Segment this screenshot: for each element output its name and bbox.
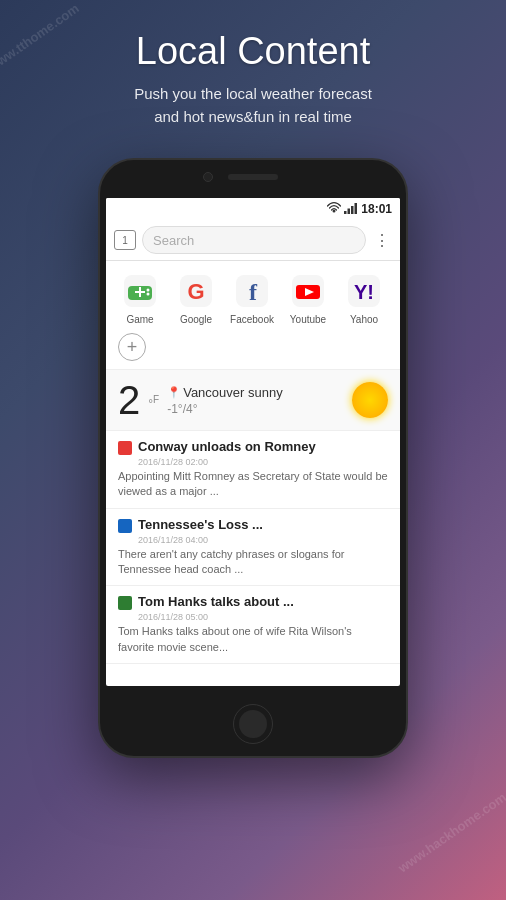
news-title-block-3: Tom Hanks talks about ... 2016/11/28 05:… xyxy=(138,594,388,622)
news-date-3: 2016/11/28 05:00 xyxy=(138,612,388,622)
news-title-3: Tom Hanks talks about ... xyxy=(138,594,388,611)
shortcut-youtube[interactable]: Youtube xyxy=(282,271,334,325)
signal-icon xyxy=(344,202,358,216)
svg-text:Y!: Y! xyxy=(354,281,374,303)
svg-point-9 xyxy=(147,293,150,296)
news-favicon-1 xyxy=(118,441,132,455)
svg-rect-3 xyxy=(355,203,358,214)
weather-city: Vancouver sunny xyxy=(183,385,283,400)
weather-section: 2 °F 📍 Vancouver sunny -1°/4° xyxy=(106,369,400,431)
facebook-icon: f xyxy=(232,271,272,311)
google-icon: G xyxy=(176,271,216,311)
weather-unit-label: °F xyxy=(148,394,159,411)
svg-rect-1 xyxy=(348,209,351,215)
status-time: 18:01 xyxy=(361,202,392,216)
phone-wrapper: 18:01 1 Search ⋮ xyxy=(0,158,506,758)
news-body-2: There aren't any catchy phrases or sloga… xyxy=(118,547,388,578)
page-subtitle: Push you the local weather forecastand h… xyxy=(20,83,486,128)
svg-text:f: f xyxy=(249,279,258,305)
shortcut-game-label: Game xyxy=(126,314,153,325)
shortcuts-row: Game G Google xyxy=(106,261,400,329)
page-title: Local Content xyxy=(20,30,486,73)
search-placeholder: Search xyxy=(153,233,194,248)
news-favicon-2 xyxy=(118,519,132,533)
news-item[interactable]: Tom Hanks talks about ... 2016/11/28 05:… xyxy=(106,586,400,664)
svg-point-8 xyxy=(147,289,150,292)
weather-temperature: 2 xyxy=(118,380,140,420)
status-bar: 18:01 xyxy=(106,198,400,220)
phone-camera xyxy=(203,172,213,182)
shortcut-youtube-label: Youtube xyxy=(290,314,326,325)
svg-rect-2 xyxy=(351,206,354,214)
browser-content: Game G Google xyxy=(106,261,400,664)
phone-screen: 18:01 1 Search ⋮ xyxy=(106,198,400,686)
news-section: Conway unloads on Romney 2016/11/28 02:0… xyxy=(106,431,400,664)
weather-unit: °F xyxy=(148,390,159,411)
wifi-icon xyxy=(327,202,341,216)
menu-button[interactable]: ⋮ xyxy=(372,231,392,250)
add-button-row: + xyxy=(106,329,400,369)
youtube-icon xyxy=(288,271,328,311)
svg-text:G: G xyxy=(187,279,204,304)
news-title-block-2: Tennessee's Loss ... 2016/11/28 04:00 xyxy=(138,517,388,545)
news-title-block-1: Conway unloads on Romney 2016/11/28 02:0… xyxy=(138,439,388,467)
news-header-3: Tom Hanks talks about ... 2016/11/28 05:… xyxy=(118,594,388,622)
home-button-inner xyxy=(239,710,267,738)
news-body-1: Appointing Mitt Romney as Secretary of S… xyxy=(118,469,388,500)
phone-device: 18:01 1 Search ⋮ xyxy=(98,158,408,758)
shortcut-yahoo[interactable]: Y! Yahoo xyxy=(338,271,390,325)
shortcut-facebook[interactable]: f Facebook xyxy=(226,271,278,325)
news-date-2: 2016/11/28 04:00 xyxy=(138,535,388,545)
yahoo-icon: Y! xyxy=(344,271,384,311)
weather-sun-icon xyxy=(352,382,388,418)
location-pin-icon: 📍 xyxy=(167,386,181,399)
shortcut-yahoo-label: Yahoo xyxy=(350,314,378,325)
news-title-1: Conway unloads on Romney xyxy=(138,439,388,456)
news-title-2: Tennessee's Loss ... xyxy=(138,517,388,534)
search-bar[interactable]: Search xyxy=(142,226,366,254)
phone-speaker xyxy=(228,174,278,180)
shortcut-google-label: Google xyxy=(180,314,212,325)
game-icon xyxy=(120,271,160,311)
news-header-1: Conway unloads on Romney 2016/11/28 02:0… xyxy=(118,439,388,467)
shortcut-game[interactable]: Game xyxy=(114,271,166,325)
shortcut-facebook-label: Facebook xyxy=(230,314,274,325)
news-header-2: Tennessee's Loss ... 2016/11/28 04:00 xyxy=(118,517,388,545)
svg-rect-0 xyxy=(344,211,347,214)
status-icons: 18:01 xyxy=(327,202,392,216)
tab-indicator[interactable]: 1 xyxy=(114,230,136,250)
watermark-bottom: www.hackhome.com xyxy=(395,790,506,876)
news-date-1: 2016/11/28 02:00 xyxy=(138,457,388,467)
weather-location: 📍 Vancouver sunny xyxy=(167,385,344,400)
page-header: Local Content Push you the local weather… xyxy=(0,0,506,148)
news-body-3: Tom Hanks talks about one of wife Rita W… xyxy=(118,624,388,655)
shortcut-google[interactable]: G Google xyxy=(170,271,222,325)
weather-info: 📍 Vancouver sunny -1°/4° xyxy=(167,385,344,416)
weather-range: -1°/4° xyxy=(167,402,344,416)
news-favicon-3 xyxy=(118,596,132,610)
add-shortcut-button[interactable]: + xyxy=(118,333,146,361)
news-item[interactable]: Tennessee's Loss ... 2016/11/28 04:00 Th… xyxy=(106,509,400,587)
home-button[interactable] xyxy=(233,704,273,744)
svg-rect-7 xyxy=(139,287,141,297)
browser-chrome: 1 Search ⋮ xyxy=(106,220,400,261)
news-item[interactable]: Conway unloads on Romney 2016/11/28 02:0… xyxy=(106,431,400,509)
